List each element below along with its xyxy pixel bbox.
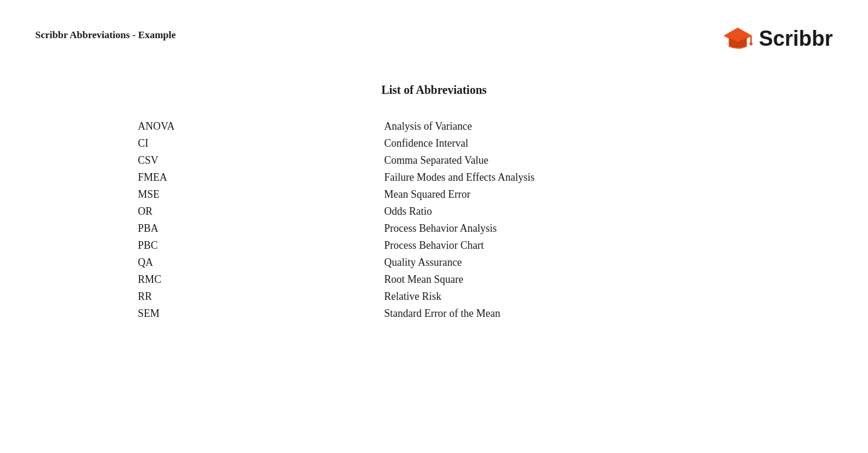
table-row: FMEAFailure Modes and Effects Analysis (126, 169, 742, 186)
page-wrapper: Scribbr Abbreviations - Example Scribbr … (0, 0, 868, 453)
abbreviation-short: CI (126, 135, 349, 152)
table-row: PBAProcess Behavior Analysis (126, 220, 742, 237)
svg-point-4 (750, 42, 752, 45)
abbreviation-full: Quality Assurance (349, 254, 742, 271)
abbreviations-table: ANOVAAnalysis of VarianceCIConfidence In… (126, 118, 742, 322)
table-row: PBCProcess Behavior Chart (126, 237, 742, 254)
abbreviation-full: Standard Error of the Mean (349, 305, 742, 322)
abbreviation-short: QA (126, 254, 349, 271)
table-row: ANOVAAnalysis of Variance (126, 118, 742, 135)
table-row: RMCRoot Mean Square (126, 271, 742, 288)
table-row: OROdds Ratio (126, 203, 742, 220)
abbreviation-full: Confidence Interval (349, 135, 742, 152)
abbreviation-short: RR (126, 288, 349, 305)
table-row: CSVComma Separated Value (126, 152, 742, 169)
abbreviation-short: ANOVA (126, 118, 349, 135)
abbreviation-short: MSE (126, 186, 349, 203)
table-row: QAQuality Assurance (126, 254, 742, 271)
abbreviation-full: Root Mean Square (349, 271, 742, 288)
abbreviation-short: SEM (126, 305, 349, 322)
scribbr-logo-icon (723, 23, 753, 54)
abbreviation-short: PBC (126, 237, 349, 254)
page-title: Scribbr Abbreviations - Example (35, 29, 176, 41)
abbreviation-full: Process Behavior Chart (349, 237, 742, 254)
abbreviation-full: Comma Separated Value (349, 152, 742, 169)
svg-marker-2 (724, 29, 751, 43)
table-row: MSEMean Squared Error (126, 186, 742, 203)
main-content: List of Abbreviations ANOVAAnalysis of V… (35, 83, 833, 322)
abbreviation-short: PBA (126, 220, 349, 237)
header: Scribbr Abbreviations - Example Scribbr (35, 23, 833, 54)
abbreviation-full: Analysis of Variance (349, 118, 742, 135)
table-row: RRRelative Risk (126, 288, 742, 305)
logo-container: Scribbr (723, 23, 833, 54)
abbreviation-full: Mean Squared Error (349, 186, 742, 203)
table-row: CIConfidence Interval (126, 135, 742, 152)
table-row: SEMStandard Error of the Mean (126, 305, 742, 322)
abbreviation-short: CSV (126, 152, 349, 169)
abbreviation-short: FMEA (126, 169, 349, 186)
logo-text: Scribbr (759, 26, 833, 51)
abbreviation-full: Relative Risk (349, 288, 742, 305)
abbreviation-full: Odds Ratio (349, 203, 742, 220)
abbreviation-full: Failure Modes and Effects Analysis (349, 169, 742, 186)
abbreviation-full: Process Behavior Analysis (349, 220, 742, 237)
abbreviation-short: OR (126, 203, 349, 220)
list-heading: List of Abbreviations (381, 83, 487, 97)
abbreviation-short: RMC (126, 271, 349, 288)
